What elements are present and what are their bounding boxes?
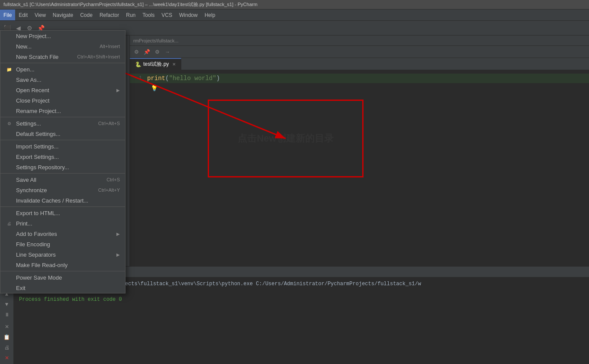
print-console-button[interactable]: 🖨 <box>2 343 12 352</box>
menu-settings[interactable]: ⚙Settings... Ctrl+Alt+S <box>0 118 125 129</box>
title-bar: fullstack_s1 [C:\Users\Administrator\Pyc… <box>0 0 589 10</box>
import-icon <box>6 143 13 150</box>
menu-import-settings[interactable]: Import Settings... <box>0 141 125 151</box>
title-text: fullstack_s1 [C:\Users\Administrator\Pyc… <box>3 1 257 8</box>
rename-icon <box>6 107 13 114</box>
menu-exit[interactable]: Exit <box>0 283 125 293</box>
menu-new-project[interactable]: New Project... <box>0 31 125 41</box>
menu-file-encoding[interactable]: File Encoding <box>0 239 125 249</box>
settings-editor-button[interactable]: ⚙ <box>152 47 162 57</box>
repo-icon <box>6 164 13 171</box>
menu-open-recent[interactable]: Open Recent ▶ <box>0 85 125 95</box>
close-tab-icon[interactable]: ✕ <box>172 62 176 67</box>
breadcrumb-text: rmProjects\fullstack... <box>133 38 179 43</box>
save-as-icon <box>6 76 13 83</box>
copy-button[interactable]: 📋 <box>2 333 12 341</box>
submenu-arrow: ▶ <box>116 252 120 257</box>
next-button[interactable]: → <box>163 47 172 57</box>
menu-code[interactable]: Code <box>77 10 96 20</box>
menu-default-settings[interactable]: Default Settings... <box>0 129 125 139</box>
save-all-icon <box>6 176 13 183</box>
menu-synchronize[interactable]: Synchronize Ctrl+Alt+Y <box>0 185 125 195</box>
encoding-icon <box>6 241 13 248</box>
menu-help[interactable]: Help <box>201 10 219 20</box>
separator <box>0 63 125 63</box>
menu-open[interactable]: 📁Open... <box>0 64 125 74</box>
file-dropdown-menu: New Project... New... Alt+Insert New Scr… <box>0 30 126 293</box>
tab-label: test试验.py <box>143 61 169 68</box>
menu-close-project[interactable]: Close Project <box>0 95 125 106</box>
scratch-icon <box>6 53 13 60</box>
menu-tools[interactable]: Tools <box>139 10 158 20</box>
menu-file[interactable]: File <box>0 10 15 20</box>
menu-new-scratch-file[interactable]: New Scratch File Ctrl+Alt+Shift+Insert <box>0 52 125 62</box>
menu-power-save[interactable]: Power Save Mode <box>0 272 125 283</box>
line-sep-icon <box>6 251 13 258</box>
settings-icon: ⚙ <box>6 120 13 127</box>
new-project-icon <box>6 32 13 39</box>
code-text-1: print("hello world") <box>147 75 220 82</box>
pause-button[interactable]: ⏸ <box>2 310 12 319</box>
sync-icon <box>6 187 13 193</box>
console-exit-line: Process finished with exit code 0 <box>19 296 584 303</box>
run-config-button[interactable]: ⚙ <box>132 47 141 57</box>
open-recent-icon <box>6 87 13 93</box>
menu-export-settings[interactable]: Export Settings... <box>0 151 125 162</box>
power-icon <box>6 274 13 281</box>
editor-content[interactable]: 1 print("hello world") 💡 <box>130 70 589 266</box>
separator <box>0 117 125 117</box>
menu-invalidate-caches[interactable]: Invalidate Caches / Restart... <box>0 195 125 206</box>
menu-edit[interactable]: Edit <box>15 10 31 20</box>
new-icon <box>6 43 13 50</box>
print-icon: 🖨 <box>6 220 13 227</box>
menu-new[interactable]: New... Alt+Insert <box>0 41 125 52</box>
menu-print[interactable]: 🖨Print... <box>0 218 125 229</box>
editor-tabs: 🐍 test试验.py ✕ <box>130 58 589 70</box>
menu-add-favorites[interactable]: Add to Favorites ▶ <box>0 229 125 239</box>
exit-icon <box>6 284 13 291</box>
code-line-2: 💡 <box>130 83 589 93</box>
submenu-arrow: ▶ <box>116 88 120 93</box>
breadcrumb-bar: rmProjects\fullstack... <box>130 35 589 46</box>
readonly-icon <box>6 261 13 268</box>
separator <box>0 271 125 271</box>
editor-tab-test[interactable]: 🐍 test试验.py ✕ <box>130 58 181 70</box>
separator <box>0 173 125 174</box>
menu-navigate[interactable]: Navigate <box>49 10 77 20</box>
menu-run[interactable]: Run <box>122 10 139 20</box>
code-line-1: 1 print("hello world") <box>130 74 589 83</box>
export-icon <box>6 153 13 160</box>
menu-line-separators[interactable]: Line Separators ▶ <box>0 249 125 260</box>
separator <box>0 140 125 140</box>
default-settings-icon <box>6 130 13 137</box>
bulb-icon[interactable]: 💡 <box>151 84 158 92</box>
line-number-1: 1 <box>130 75 147 81</box>
clear-button[interactable]: ✕ <box>2 322 12 331</box>
editor-area: rmProjects\fullstack... ⚙ 📌 ⚙ → 🐍 test试验… <box>130 35 589 266</box>
menu-save-as[interactable]: Save As... <box>0 74 125 85</box>
menu-view[interactable]: View <box>31 10 49 20</box>
invalidate-icon <box>6 197 13 204</box>
menu-window[interactable]: Window <box>176 10 201 20</box>
separator <box>0 206 125 207</box>
close-console-button[interactable]: ✕ <box>2 354 12 362</box>
menu-bar: File Edit View Navigate Code Refactor Ru… <box>0 10 589 21</box>
menu-refactor[interactable]: Refactor <box>96 10 122 20</box>
editor-toolbar: ⚙ 📌 ⚙ → <box>130 46 589 58</box>
export-html-icon <box>6 209 13 216</box>
favorites-icon <box>6 230 13 237</box>
menu-make-read-only[interactable]: Make File Read-only <box>0 260 125 270</box>
tab-icon: 🐍 <box>135 61 142 68</box>
menu-rename-project[interactable]: Rename Project... <box>0 106 125 116</box>
menu-settings-repository[interactable]: Settings Repository... <box>0 162 125 172</box>
menu-vcs[interactable]: VCS <box>158 10 176 20</box>
close-project-icon <box>6 97 13 104</box>
menu-export-html[interactable]: Export to HTML... <box>0 208 125 218</box>
submenu-arrow: ▶ <box>116 232 120 236</box>
menu-save-all[interactable]: Save All Ctrl+S <box>0 174 125 185</box>
scroll-down-button[interactable]: ▼ <box>2 300 12 309</box>
folder-icon: 📁 <box>6 66 13 73</box>
pin-editor-button[interactable]: 📌 <box>142 47 151 57</box>
